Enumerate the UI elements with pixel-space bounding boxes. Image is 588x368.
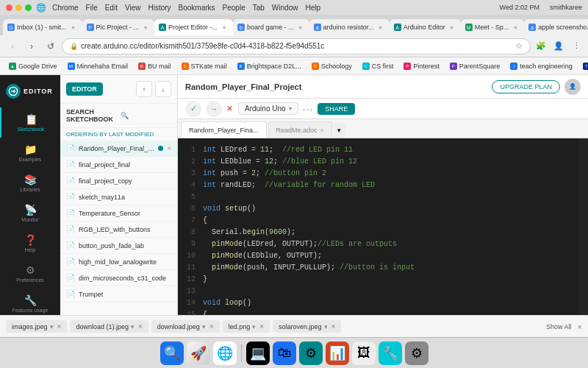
bookmark-icon[interactable]: ☆ xyxy=(515,41,523,51)
sketch-item-8[interactable]: 📄 dim_microseconds_c31_code xyxy=(60,270,177,286)
menu-people[interactable]: People xyxy=(223,4,245,12)
sketch-item-4[interactable]: 📄 Temperature_Sensor xyxy=(60,205,177,222)
browser-tab-2[interactable]: A Project Editor -... × xyxy=(154,19,233,35)
sketch-item-9[interactable]: 📄 Trumpet xyxy=(60,286,177,302)
bookmark-minnehaha[interactable]: M Minnehaha Email xyxy=(65,61,132,71)
close-window-button[interactable] xyxy=(6,4,12,11)
sidebar-item-examples[interactable]: 📁 Examples xyxy=(0,138,60,168)
download-arrow-3[interactable]: ▾ xyxy=(252,323,256,330)
download-arrow-0[interactable]: ▾ xyxy=(50,323,54,330)
menu-window[interactable]: Window xyxy=(272,4,298,12)
download-item-0[interactable]: images.jpeg ▾ × xyxy=(6,320,67,333)
menu-history[interactable]: History xyxy=(148,4,171,12)
download-arrow-4[interactable]: ▾ xyxy=(324,323,328,330)
browser-tab-5[interactable]: A Arduino Editor × xyxy=(390,19,461,35)
sketch-item-3[interactable]: 📄 sketch_may11a xyxy=(60,189,177,205)
browser-tab-1[interactable]: P Pic Project - ... × xyxy=(82,19,155,35)
menu-tab[interactable]: Tab xyxy=(253,4,265,12)
browser-tab-4[interactable]: a arduino resistor... × xyxy=(309,19,390,35)
download-close-1[interactable]: × xyxy=(138,322,143,330)
sketch-item-5[interactable]: 📄 RGB_LED_with_buttons xyxy=(60,222,177,238)
browser-tab-0[interactable]: G Inbox (1) - smit... × xyxy=(3,19,82,35)
sketch-close-0[interactable]: × xyxy=(167,144,171,152)
tab-close-3[interactable]: × xyxy=(296,23,305,32)
download-item-1[interactable]: download (1).jpeg ▾ × xyxy=(70,320,148,333)
maximize-window-button[interactable] xyxy=(25,4,32,11)
code-editor-content[interactable]: int LEDred = 11; //red LED pin 11 int LE… xyxy=(198,138,579,315)
show-all-downloads-button[interactable]: Show All xyxy=(546,323,572,330)
verify-button[interactable]: ✓ xyxy=(185,101,201,117)
ordering-value[interactable]: LAST MODIFIED xyxy=(109,131,154,138)
minimize-window-button[interactable] xyxy=(15,4,22,11)
bookmark-google-drive[interactable]: ▲ Google Drive xyxy=(6,61,60,71)
menu-file[interactable]: File xyxy=(86,4,98,12)
sidebar-item-monitor[interactable]: 📡 Monitor xyxy=(0,198,60,228)
sketch-item-2[interactable]: 📄 final_project_copy xyxy=(60,173,177,189)
browser-tab-6[interactable]: M Meet - Sp... × xyxy=(461,19,525,35)
upgrade-plan-button[interactable]: UPGRADE PLAN xyxy=(492,80,560,93)
user-avatar[interactable]: 👤 xyxy=(564,79,581,95)
sidebar-item-features[interactable]: 🔧 Features usage xyxy=(0,289,60,315)
back-button[interactable]: ‹ xyxy=(4,38,21,54)
dock-chrome[interactable]: 🌐 xyxy=(213,342,237,365)
menu-view[interactable]: View xyxy=(125,4,141,12)
tab-dropdown-button[interactable]: ▾ xyxy=(334,123,345,138)
bookmark-brightspace[interactable]: B Brightspace D2L... xyxy=(234,61,304,71)
profile-icon[interactable]: 👤 xyxy=(551,39,566,54)
bookmark-schoology[interactable]: S Schoology xyxy=(309,61,355,71)
sidebar-item-preferences[interactable]: ⚙ Preferences xyxy=(0,258,60,289)
dock-arduino[interactable]: ⚙ xyxy=(299,342,323,365)
bookmark-teach-engineering[interactable]: t teach engineering xyxy=(507,61,576,71)
code-tab-close-1[interactable]: × xyxy=(320,127,324,134)
menu-bookmarks[interactable]: Bookmarks xyxy=(179,4,215,12)
bookmark-parentsquare[interactable]: P ParentSquare xyxy=(447,61,503,71)
bookmark-stkate[interactable]: S STKate mail xyxy=(179,61,230,71)
url-bar[interactable]: 🔒 create.arduino.cc/editor/kismith501/37… xyxy=(62,38,531,54)
dock-launchpad[interactable]: 🚀 xyxy=(187,342,210,365)
download-close-3[interactable]: × xyxy=(259,322,264,330)
share-button[interactable]: SHARE xyxy=(318,103,355,115)
forward-button[interactable]: › xyxy=(24,38,40,54)
code-content[interactable]: 1 2 3 4 5 6 7 8 9 10 11 12 13 14 15 16 1 xyxy=(178,138,588,315)
download-item-4[interactable]: solaroven.jpeg ▾ × xyxy=(273,320,341,333)
tab-close-1[interactable]: × xyxy=(141,23,150,32)
new-sketch-button[interactable]: EDITOR xyxy=(66,82,103,96)
code-tab-0[interactable]: Random_Player_Fina... xyxy=(181,121,267,138)
more-options-button[interactable]: ··· xyxy=(303,103,314,115)
bookmark-cs-first[interactable]: C CS first xyxy=(359,61,397,71)
dock-settings[interactable]: ⚙ xyxy=(405,342,429,365)
download-close-2[interactable]: × xyxy=(209,322,214,330)
download-arrow-1[interactable]: ▾ xyxy=(131,323,135,330)
browser-tab-7[interactable]: a apple screensho... × xyxy=(524,19,588,35)
sketch-item-0[interactable]: 📄 Random_Player_Final_Project × xyxy=(60,141,177,157)
sketch-item-7[interactable]: 📄 high_mid_low_analogwrite xyxy=(60,254,177,270)
bookmark-pinterest[interactable]: P Pinterest xyxy=(401,61,442,71)
menu-edit[interactable]: Edit xyxy=(105,4,118,12)
sidebar-item-sketchbook[interactable]: 📋 Sketchbook xyxy=(0,107,60,138)
browser-tab-3[interactable]: b board game - ... × xyxy=(233,19,309,35)
sketch-item-1[interactable]: 📄 final_project_final xyxy=(60,157,177,173)
menu-chrome[interactable]: Chrome xyxy=(52,4,79,12)
sketch-item-6[interactable]: 📄 button_push_fade_lab xyxy=(60,238,177,254)
download-close-4[interactable]: × xyxy=(331,322,336,330)
dock-powerpoint[interactable]: 📊 xyxy=(326,342,349,365)
tab-close-4[interactable]: × xyxy=(376,23,385,32)
search-sketchbook-icon[interactable]: 🔍 xyxy=(121,112,172,119)
board-select[interactable]: Arduino Uno ▾ xyxy=(238,102,298,115)
tab-close-2[interactable]: × xyxy=(220,23,229,32)
extensions-icon[interactable]: 🧩 xyxy=(534,39,548,54)
code-tab-1[interactable]: ReadMe.adoc × xyxy=(268,121,332,138)
dock-appstore[interactable]: 🛍 xyxy=(273,342,296,365)
menu-help[interactable]: Help xyxy=(305,4,320,12)
dock-photos[interactable]: 🖼 xyxy=(352,342,376,365)
dock-terminal[interactable]: 💻 xyxy=(246,342,270,365)
menu-icon[interactable]: ⋮ xyxy=(569,39,584,54)
sidebar-item-libraries[interactable]: 📚 Libraries xyxy=(0,168,60,198)
tab-close-5[interactable]: × xyxy=(448,23,456,32)
tab-close-0[interactable]: × xyxy=(69,23,78,32)
import-sketch-button[interactable]: ↑ xyxy=(136,81,152,97)
export-sketch-button[interactable]: ↓ xyxy=(155,81,171,97)
dock-finder[interactable]: 🔍 xyxy=(160,342,184,365)
close-download-bar-button[interactable]: × xyxy=(578,322,582,331)
bookmark-bu-mail[interactable]: B BU mail xyxy=(135,61,174,71)
